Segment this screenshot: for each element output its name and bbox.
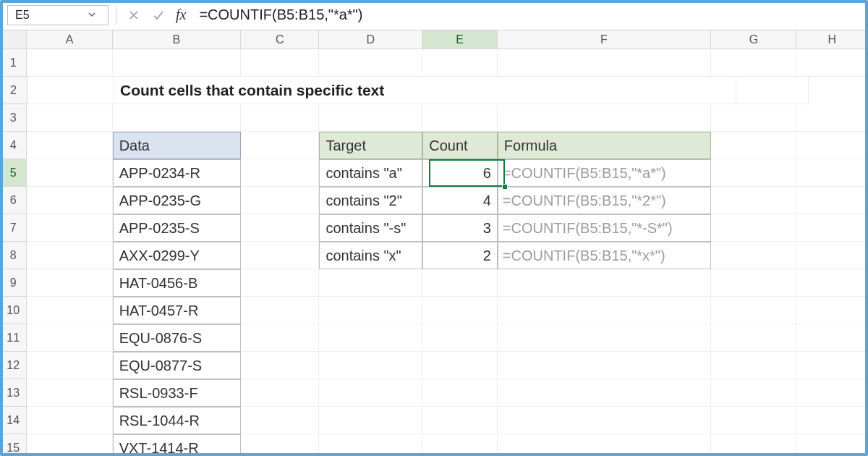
cell-B15[interactable]: VXT-1414-R	[113, 434, 241, 456]
cell-D7[interactable]: contains "-s"	[319, 214, 422, 242]
col-header-G[interactable]: G	[711, 30, 796, 49]
cell-F8[interactable]: =COUNTIF(B5:B15,"*x*")	[498, 242, 711, 269]
cell-H13[interactable]	[796, 379, 868, 407]
cell-C10[interactable]	[241, 297, 319, 324]
target-header[interactable]: Target	[319, 132, 422, 159]
row-header-13[interactable]: 13	[0, 379, 27, 407]
name-box[interactable]: E5	[7, 5, 109, 25]
cell-A14[interactable]	[27, 407, 112, 434]
cell-B7[interactable]: APP-0235-S	[113, 214, 241, 242]
cell-F15[interactable]	[498, 434, 711, 456]
row-header-9[interactable]: 9	[0, 269, 27, 297]
col-header-A[interactable]: A	[27, 30, 112, 49]
cell-A13[interactable]	[27, 379, 112, 407]
formula-header[interactable]: Formula	[498, 132, 711, 159]
row-header-15[interactable]: 15	[0, 434, 27, 456]
cell-E11[interactable]	[422, 324, 498, 352]
cell-H12[interactable]	[796, 352, 868, 379]
cell-H15[interactable]	[796, 434, 868, 456]
cell-H14[interactable]	[796, 407, 868, 434]
cell-A8[interactable]	[27, 242, 112, 269]
cell-G15[interactable]	[711, 434, 796, 456]
row-header-4[interactable]: 4	[0, 132, 27, 159]
cell-F3[interactable]	[498, 104, 711, 132]
title-cell[interactable]: Count cells that contain specific text	[114, 77, 650, 104]
cell-H2[interactable]	[736, 77, 809, 104]
cell-D11[interactable]	[319, 324, 422, 352]
cell-E10[interactable]	[422, 297, 498, 324]
cell-H4[interactable]	[796, 132, 868, 159]
cell-D3[interactable]	[319, 104, 422, 132]
cell-H1[interactable]	[796, 49, 868, 77]
cell-C7[interactable]	[241, 214, 319, 242]
fx-icon[interactable]: fx	[173, 7, 189, 23]
cell-D12[interactable]	[319, 352, 422, 379]
cancel-icon[interactable]	[124, 5, 144, 25]
row-header-14[interactable]: 14	[0, 407, 27, 434]
cell-A12[interactable]	[27, 352, 112, 379]
cell-B13[interactable]: RSL-0933-F	[113, 379, 241, 407]
cell-B5[interactable]: APP-0234-R	[113, 159, 241, 187]
cell-G1[interactable]	[711, 49, 796, 77]
cell-B11[interactable]: EQU-0876-S	[113, 324, 241, 352]
cell-C13[interactable]	[241, 379, 319, 407]
col-header-F[interactable]: F	[498, 30, 712, 49]
cell-A3[interactable]	[27, 104, 112, 132]
cell-G12[interactable]	[711, 352, 796, 379]
cell-H11[interactable]	[796, 324, 868, 352]
col-header-H[interactable]: H	[796, 30, 868, 49]
cell-E13[interactable]	[422, 379, 498, 407]
cell-G13[interactable]	[711, 379, 796, 407]
cell-F12[interactable]	[498, 352, 711, 379]
cell-G14[interactable]	[711, 407, 796, 434]
cell-G6[interactable]	[711, 187, 796, 214]
cell-B12[interactable]: EQU-0877-S	[113, 352, 241, 379]
count-header[interactable]: Count	[422, 132, 498, 159]
cell-B6[interactable]: APP-0235-G	[113, 187, 241, 214]
cell-G9[interactable]	[711, 269, 796, 297]
cell-G11[interactable]	[711, 324, 796, 352]
cell-H6[interactable]	[796, 187, 868, 214]
row-header-10[interactable]: 10	[0, 297, 27, 324]
cell-C8[interactable]	[241, 242, 319, 269]
chevron-down-icon[interactable]	[88, 9, 96, 22]
cell-C3[interactable]	[241, 104, 319, 132]
cell-D5[interactable]: contains "a"	[319, 159, 422, 187]
cell-F9[interactable]	[498, 269, 711, 297]
cell-H7[interactable]	[796, 214, 868, 242]
cell-C1[interactable]	[241, 49, 319, 77]
row-header-7[interactable]: 7	[0, 214, 27, 242]
cell-E7[interactable]: 3	[422, 214, 498, 242]
cell-F14[interactable]	[498, 407, 711, 434]
cell-H10[interactable]	[796, 297, 868, 324]
cell-D8[interactable]: contains "x"	[319, 242, 422, 269]
cell-G2[interactable]	[650, 77, 736, 104]
cell-A15[interactable]	[27, 434, 112, 456]
col-header-C[interactable]: C	[241, 30, 319, 49]
cell-C6[interactable]	[241, 187, 319, 214]
cell-C14[interactable]	[241, 407, 319, 434]
cell-B9[interactable]: HAT-0456-B	[113, 269, 241, 297]
cell-E1[interactable]	[422, 49, 498, 77]
cell-D6[interactable]: contains "2"	[319, 187, 422, 214]
cell-B14[interactable]: RSL-1044-R	[113, 407, 241, 434]
cell-A6[interactable]	[27, 187, 112, 214]
cell-B10[interactable]: HAT-0457-R	[113, 297, 241, 324]
col-header-B[interactable]: B	[113, 30, 241, 49]
cell-G10[interactable]	[711, 297, 796, 324]
row-header-12[interactable]: 12	[0, 352, 27, 379]
cell-F11[interactable]	[498, 324, 711, 352]
cell-D13[interactable]	[319, 379, 422, 407]
cell-A10[interactable]	[27, 297, 112, 324]
cell-G8[interactable]	[711, 242, 796, 269]
cell-H8[interactable]	[796, 242, 868, 269]
cell-H5[interactable]	[796, 159, 868, 187]
cell-A4[interactable]	[27, 132, 112, 159]
cell-C9[interactable]	[241, 269, 319, 297]
cell-C15[interactable]	[241, 434, 319, 456]
cell-C11[interactable]	[241, 324, 319, 352]
cell-A1[interactable]	[27, 49, 112, 77]
row-header-5[interactable]: 5	[0, 159, 27, 187]
col-header-D[interactable]: D	[319, 30, 422, 49]
cell-A7[interactable]	[27, 214, 112, 242]
